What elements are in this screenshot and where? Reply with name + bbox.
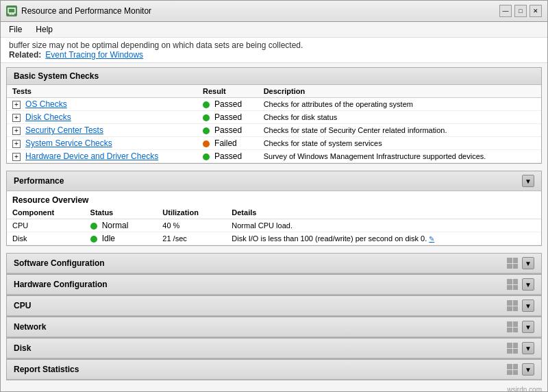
collapsed-section: Report Statistics ▼ [6, 359, 542, 380]
grid-cell [507, 328, 512, 333]
collapsed-section: Software Configuration ▼ [6, 253, 542, 274]
info-text: buffer size may not be optimal depending… [9, 40, 539, 50]
check-row: + Security Center Tests Passed Checks fo… [7, 124, 541, 137]
check-name-cell: + OS Checks [7, 98, 197, 111]
grid-cell [507, 364, 512, 369]
resource-details: Normal CPU load. [226, 219, 541, 232]
grid-icon [507, 300, 518, 311]
grid-cell [513, 300, 519, 306]
resource-overview-title: Resource Overview [7, 191, 541, 206]
section-collapse-icon[interactable]: ▼ [522, 278, 534, 291]
collapsed-header[interactable]: Software Configuration ▼ [7, 254, 541, 273]
collapsed-title: Software Configuration [14, 258, 105, 268]
check-description: Survey of Windows Management Infrastruct… [258, 150, 541, 163]
collapsed-title: Report Statistics [14, 365, 79, 374]
window-controls: — □ ✕ [499, 5, 542, 17]
header-center: ▼ [507, 278, 534, 291]
collapsed-header[interactable]: Report Statistics ▼ [7, 360, 541, 380]
collapsed-section: Hardware Configuration ▼ [6, 274, 542, 295]
collapsed-title: Disk [14, 343, 31, 353]
basic-checks-title: Basic System Checks [14, 71, 99, 81]
check-link[interactable]: Hardware Device and Driver Checks [25, 151, 158, 161]
content-area: buffer size may not be optimal depending… [1, 38, 547, 391]
grid-cell [513, 258, 519, 263]
grid-cell [513, 285, 519, 291]
check-link[interactable]: OS Checks [25, 99, 67, 109]
res-col-details: Details [226, 206, 541, 219]
expand-icon[interactable]: + [12, 153, 21, 161]
resource-row: Disk Idle 21 /sec Disk I/O is less than … [7, 232, 541, 245]
collapsed-header[interactable]: Disk ▼ [7, 339, 541, 358]
check-row: + OS Checks Passed Checks for attributes… [7, 98, 541, 111]
section-collapse-icon[interactable]: ▼ [522, 363, 534, 376]
check-result: Failed [214, 138, 237, 148]
check-name-cell: + System Service Checks [7, 137, 197, 150]
check-link[interactable]: System Service Checks [25, 138, 112, 148]
grid-cell [513, 264, 519, 269]
collapsed-header[interactable]: CPU ▼ [7, 296, 541, 316]
disk-link-icon[interactable]: ✎ [429, 235, 434, 243]
menu-bar: File Help [1, 22, 547, 38]
resource-details: Disk I/O is less than 100 (read/write) p… [226, 232, 541, 245]
expand-icon[interactable]: + [12, 114, 21, 122]
basic-checks-header[interactable]: Basic System Checks [7, 68, 541, 85]
info-bar: buffer size may not be optimal depending… [1, 38, 547, 63]
col-tests: Tests [7, 85, 197, 98]
grid-cell [507, 343, 512, 348]
section-collapse-icon[interactable]: ▼ [522, 342, 534, 354]
menu-file[interactable]: File [6, 23, 25, 36]
check-description: Checks for state of Security Center rela… [258, 124, 541, 137]
expand-icon[interactable]: + [12, 127, 21, 135]
collapsed-section: Disk ▼ [6, 338, 542, 359]
title-bar: Resource and Performance Monitor — □ ✕ [1, 1, 547, 22]
menu-help[interactable]: Help [33, 23, 55, 36]
section-collapse-icon[interactable]: ▼ [522, 257, 534, 269]
grid-cell [507, 370, 512, 376]
grid-icon [507, 321, 518, 332]
title-bar-left: Resource and Performance Monitor [6, 5, 151, 16]
performance-header[interactable]: Performance ▼ [7, 171, 541, 191]
col-description: Description [258, 85, 541, 98]
close-button[interactable]: ✕ [530, 5, 542, 17]
check-result: Passed [214, 99, 242, 109]
res-col-status: Status [85, 206, 158, 219]
main-window: Resource and Performance Monitor — □ ✕ F… [0, 0, 548, 392]
check-result: Passed [214, 125, 242, 135]
section-collapse-icon[interactable]: ▼ [522, 299, 534, 312]
res-col-utilization: Utilization [157, 206, 226, 219]
collapsed-title: CPU [14, 301, 31, 310]
grid-cell [513, 328, 519, 333]
check-link[interactable]: Disk Checks [25, 112, 71, 122]
grid-icon [507, 343, 518, 354]
resource-utilization: 40 % [157, 219, 226, 232]
check-description: Checks for state of system services [258, 137, 541, 150]
grid-cell [507, 321, 512, 327]
check-description: Checks for attributes of the operating s… [258, 98, 541, 111]
maximize-button[interactable]: □ [514, 5, 527, 17]
basic-checks-section: Basic System Checks Tests Result Descrip… [6, 67, 542, 164]
status-dot [90, 223, 97, 230]
collapsed-header[interactable]: Hardware Configuration ▼ [7, 275, 541, 295]
performance-collapse-icon[interactable]: ▼ [522, 175, 534, 187]
check-description: Checks for disk status [258, 111, 541, 124]
check-row: + Hardware Device and Driver Checks Pass… [7, 150, 541, 163]
related-row: Related: Event Tracing for Windows [9, 50, 539, 60]
resource-component: CPU [7, 219, 85, 232]
grid-cell [513, 306, 519, 312]
expand-icon[interactable]: + [12, 140, 21, 148]
section-collapse-icon[interactable]: ▼ [522, 321, 534, 333]
collapsed-title: Hardware Configuration [14, 280, 108, 289]
status-text: Idle [102, 234, 115, 243]
check-result-cell: Passed [197, 111, 258, 124]
check-row: + Disk Checks Passed Checks for disk sta… [7, 111, 541, 124]
check-link[interactable]: Security Center Tests [25, 125, 103, 135]
grid-icon [507, 279, 518, 290]
grid-icon [507, 364, 518, 375]
minimize-button[interactable]: — [499, 5, 512, 17]
svg-rect-0 [8, 8, 15, 13]
collapsed-header[interactable]: Network ▼ [7, 317, 541, 337]
related-link[interactable]: Event Tracing for Windows [45, 50, 143, 60]
check-result-cell: Passed [197, 98, 258, 111]
grid-cell [513, 279, 519, 284]
expand-icon[interactable]: + [12, 101, 21, 109]
